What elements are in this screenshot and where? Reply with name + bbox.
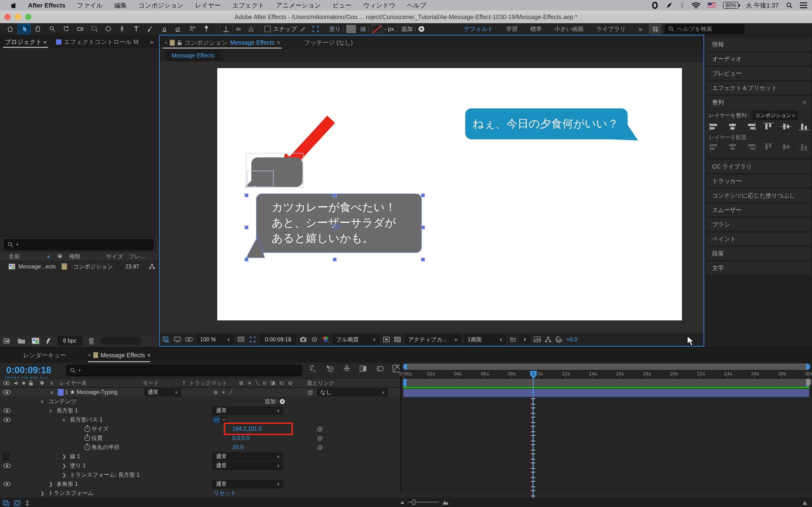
timeline-row-線 1[interactable]: ❯線 1通常∨ (0, 452, 400, 461)
workspace-tab-[interactable]: 標準 (524, 25, 548, 33)
channels-icon[interactable] (322, 336, 329, 343)
sidebar-panel-top-2[interactable]: プレビュー (706, 67, 811, 80)
menu-4[interactable]: レイヤー (189, 2, 226, 9)
fast-previews-icon[interactable] (520, 336, 530, 343)
pan-behind-tool[interactable] (88, 24, 101, 34)
reset-exposure-icon[interactable] (555, 336, 563, 343)
close-tab-icon[interactable]: × (164, 40, 167, 45)
label-column-icon[interactable] (40, 381, 45, 386)
interpret-footage-icon[interactable] (3, 337, 12, 344)
minimize-window-button[interactable] (15, 14, 21, 20)
hide-shy-layers-icon[interactable] (343, 364, 351, 373)
menubar-clock[interactable]: 火 午後1:37 (746, 1, 779, 10)
comp-breadcrumb-button[interactable]: Message Effects (166, 50, 220, 61)
add-button[interactable] (418, 25, 425, 33)
twirl-open-icon[interactable]: ∨ (49, 408, 55, 413)
align-v-center-button[interactable] (781, 123, 792, 130)
comp-canvas[interactable]: ねぇ、今日の夕食何がいい？ カツカレーが食べたい！ あと、シーザーサラダが (217, 68, 682, 320)
wifi-icon[interactable] (692, 2, 700, 9)
sidebar-panel-top-3[interactable]: エフェクト＆プリセット (706, 81, 811, 94)
always-preview-icon[interactable] (163, 336, 170, 343)
menu-7[interactable]: ビュー (327, 2, 357, 9)
snapshot-icon[interactable] (300, 336, 307, 343)
row-label[interactable]: Message-Typing (77, 389, 117, 395)
menu-2[interactable]: 編集 (108, 2, 133, 9)
target-region-icon[interactable] (383, 336, 390, 343)
local-axis-mode-icon[interactable] (220, 24, 232, 34)
navigator-start-handle[interactable] (403, 363, 407, 370)
distribute-right-button[interactable] (745, 143, 756, 151)
eye-icon[interactable] (3, 418, 11, 422)
align-h-center-button[interactable] (727, 123, 738, 130)
world-axis-mode-icon[interactable] (232, 24, 245, 34)
expand-render-time-icon[interactable] (13, 500, 21, 507)
hand-tool[interactable] (32, 24, 45, 34)
blend-mode-dropdown[interactable]: 通常∨ (213, 453, 283, 460)
manage-workspaces-icon[interactable] (649, 24, 661, 34)
new-composition-icon[interactable] (32, 337, 40, 344)
timeline-row-位置[interactable]: 位置0.0,0.0@ (0, 434, 400, 443)
color-depth-button[interactable]: 8 bpc (57, 336, 82, 345)
row-label[interactable]: 長方形 1 (57, 407, 78, 414)
workspace-tab-[interactable]: 小さい画面 (548, 25, 590, 33)
twirl-open-icon[interactable]: ∨ (40, 399, 47, 404)
layer-label-color[interactable] (58, 389, 63, 396)
sidebar-panel-bottom-6[interactable]: 段落 (706, 247, 811, 260)
trash-icon[interactable] (88, 337, 95, 344)
trackmatte-column[interactable]: トラックマット (189, 380, 227, 387)
timeline-row-トランスフォーム[interactable]: ❯トランスフォームリセット (0, 489, 400, 498)
menu-5[interactable]: エフェクト (226, 2, 270, 9)
region-of-interest-icon[interactable] (249, 336, 256, 343)
workspace-tab-[interactable]: 学習 (500, 25, 524, 33)
selection-handle[interactable] (245, 258, 248, 262)
twirl-open-icon[interactable]: ∨ (50, 389, 56, 395)
expand-in-point-icon[interactable] (2, 500, 10, 507)
eye-icon[interactable] (3, 482, 11, 486)
parent-link-column[interactable]: 親とリンク (307, 380, 334, 387)
sidebar-panel-bottom-4[interactable]: ブラシ (706, 218, 811, 231)
window-titlebar[interactable]: Adobe After Effects - /Users/mikiomakino… (0, 11, 812, 23)
video-column-icon[interactable] (3, 381, 10, 385)
property-value[interactable]: 0.0,0.0 (233, 435, 249, 441)
frame-blending-icon[interactable] (359, 364, 367, 373)
onedrive-icon[interactable] (651, 2, 659, 9)
tab-render-queue[interactable]: レンダーキュー (23, 351, 66, 359)
magnification-dropdown[interactable]: 100 %∨ (197, 335, 233, 344)
camera-dropdown[interactable]: アクティブカ...∨ (405, 335, 461, 344)
timeline-row-トランスフォーム: 長方形 1[interactable]: ❯トランスフォーム: 長方形 1 (0, 470, 400, 480)
roto-brush-tool[interactable] (186, 24, 199, 34)
switches-column-icons[interactable]: 𝌆☀╲fx (239, 380, 293, 386)
comp-viewport[interactable]: ねぇ、今日の夕食何がいい？ カツカレーが食べたい！ あと、シーザーサラダが (160, 62, 704, 333)
column-frame[interactable]: フレ... (129, 253, 145, 260)
twirl-closed-icon[interactable]: ❯ (49, 481, 55, 487)
twirl-closed-icon[interactable]: ❯ (62, 454, 68, 459)
main-viewer-icon[interactable] (174, 336, 181, 343)
blend-mode-dropdown[interactable]: 通常∨ (213, 462, 283, 469)
selection-handle[interactable] (421, 225, 425, 229)
apple-menu-icon[interactable] (5, 2, 22, 9)
pickwhip-icon[interactable]: @ (317, 444, 323, 451)
blend-mode-dropdown[interactable]: 通常∨ (213, 480, 283, 488)
zoom-slider[interactable] (408, 501, 439, 503)
panel-overflow[interactable]: » (145, 36, 158, 48)
comp-timecode[interactable]: 0:00:09:18 (260, 335, 296, 344)
layer-name-column[interactable]: レイヤー名 (60, 380, 87, 387)
row-label[interactable]: コンテンツ (48, 398, 77, 405)
selection-handle[interactable] (333, 193, 337, 197)
workspace-tab-active[interactable]: デフォルト (457, 25, 500, 33)
spotlight-search-icon[interactable] (786, 2, 793, 9)
view-layout-dropdown[interactable]: 1画面∨ (464, 335, 506, 344)
row-label[interactable]: 多角形 1 (57, 480, 78, 488)
selection-handle[interactable] (245, 225, 248, 229)
shape-tool[interactable] (102, 24, 114, 34)
sidebar-panel-bottom-2[interactable]: コンテンツに応じた塗りつぶし (706, 189, 811, 202)
align-bottom-button[interactable] (799, 123, 809, 130)
project-item-row[interactable]: Message...ects コンポジション 23.97 (0, 262, 158, 272)
pixel-aspect-icon[interactable] (185, 336, 193, 343)
timeline-navigator-bar[interactable] (403, 363, 810, 370)
timeline-row-コンテンツ[interactable]: ∨コンテンツ追加: (0, 397, 400, 406)
parent-link-dropdown[interactable]: なし∨ (317, 388, 388, 396)
notification-center-icon[interactable] (800, 2, 807, 8)
selection-tool[interactable] (18, 24, 31, 34)
timeline-row-多角形 1[interactable]: ❯多角形 1通常∨ (0, 480, 400, 489)
